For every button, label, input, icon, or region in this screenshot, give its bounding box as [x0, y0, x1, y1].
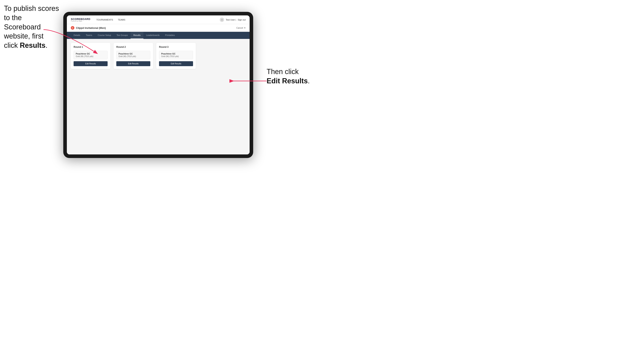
instr-line4: click Results. — [4, 41, 48, 49]
round-1-course-name: Peachtree GC — [76, 52, 106, 55]
instr-right-end: . — [308, 77, 310, 85]
nav-tournaments[interactable]: TOURNAMENTS — [96, 18, 113, 21]
tournament-icon: C — [71, 26, 74, 30]
tablet-frame: SCOREBOARD Powered by clippd TOURNAMENTS… — [63, 12, 253, 158]
edit-results-round-2[interactable]: Edit Results — [116, 61, 150, 66]
instr-line2: to the Scoreboard — [4, 14, 41, 31]
round-2-card: Round 2 Peachtree GC Gold (M) (7010 yds)… — [114, 43, 153, 69]
round-1-title: Round 1 — [74, 46, 108, 48]
tab-teams[interactable]: Teams — [83, 32, 95, 39]
cancel-button[interactable]: Cancel ✕ — [236, 27, 246, 29]
instruction-left: To publish scores to the Scoreboard webs… — [4, 4, 59, 50]
user-avatar: U — [220, 17, 224, 22]
tablet-screen: SCOREBOARD Powered by clippd TOURNAMENTS… — [67, 15, 250, 155]
nav-right: U Test User | Sign out — [220, 17, 246, 22]
round-3-card: Round 3 Peachtree GC Gold (M) (7010 yds)… — [156, 43, 196, 69]
tab-details[interactable]: Details — [71, 32, 83, 39]
edit-results-round-3[interactable]: Edit Results — [159, 61, 193, 66]
top-nav: SCOREBOARD Powered by clippd TOURNAMENTS… — [67, 15, 250, 24]
tab-printables[interactable]: Printables — [162, 32, 178, 39]
instruction-right: Then click Edit Results. — [266, 67, 318, 86]
instr-line1: To publish scores — [4, 4, 59, 12]
round-2-course-card: Peachtree GC Gold (M) (7010 yds) — [116, 51, 150, 59]
round-2-course-details: Gold (M) (7010 yds) — [118, 55, 148, 57]
round-3-course-name: Peachtree GC — [161, 52, 191, 55]
tab-results[interactable]: Results — [130, 32, 144, 39]
content-area: C Clippd Invitational (Men) Cancel ✕ Det… — [67, 24, 250, 155]
sub-nav: Details Teams Course Setup Tee Groups Re… — [67, 32, 250, 39]
round-2-title: Round 2 — [116, 46, 150, 48]
tournament-name: C Clippd Invitational (Men) — [71, 26, 106, 30]
nav-links: TOURNAMENTS TEAMS — [96, 18, 220, 21]
round-1-course-card: Peachtree GC Gold (M) (7010 yds) — [74, 51, 108, 59]
tab-tee-groups[interactable]: Tee Groups — [114, 32, 130, 39]
rounds-area: Round 1 Peachtree GC Gold (M) (7010 yds)… — [67, 39, 250, 73]
instr-right-line1: Then click — [266, 68, 299, 76]
tournament-header: C Clippd Invitational (Men) Cancel ✕ — [67, 24, 250, 32]
instr-right-bold: Edit Results — [266, 77, 308, 85]
tab-leaderboards[interactable]: Leaderboards — [144, 32, 162, 39]
sign-out-link[interactable]: Sign out — [238, 18, 246, 21]
logo-sub: Powered by clippd — [71, 20, 90, 22]
round-3-title: Round 3 — [159, 46, 193, 48]
instr-line3: website, first — [4, 32, 44, 40]
round-2-course-name: Peachtree GC — [118, 52, 148, 55]
logo-area: SCOREBOARD Powered by clippd — [71, 18, 90, 22]
nav-teams[interactable]: TEAMS — [118, 18, 126, 21]
logo-text: SCOREBOARD — [71, 18, 90, 20]
tab-course-setup[interactable]: Course Setup — [95, 32, 114, 39]
edit-results-round-1[interactable]: Edit Results — [74, 61, 108, 66]
user-label: Test User | — [226, 18, 236, 21]
round-1-course-details: Gold (M) (7010 yds) — [76, 55, 106, 57]
round-3-course-details: Gold (M) (7010 yds) — [161, 55, 191, 57]
round-1-card: Round 1 Peachtree GC Gold (M) (7010 yds)… — [71, 43, 110, 69]
round-3-course-card: Peachtree GC Gold (M) (7010 yds) — [159, 51, 193, 59]
